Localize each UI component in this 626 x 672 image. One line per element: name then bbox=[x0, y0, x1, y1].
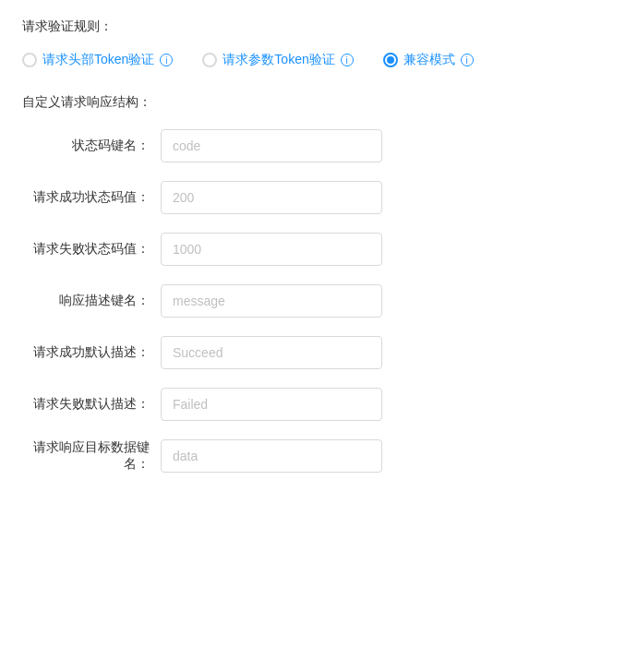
input-success-code[interactable] bbox=[161, 181, 382, 214]
form-row-fail-desc: 请求失败默认描述： bbox=[22, 388, 604, 421]
form-row-status-code-key: 状态码键名： bbox=[22, 129, 604, 162]
form-row-fail-code: 请求失败状态码值： bbox=[22, 233, 604, 266]
info-icon-param[interactable]: i bbox=[341, 54, 354, 66]
form-row-message-key: 响应描述键名： bbox=[22, 284, 604, 318]
auth-rules-section: 请求验证规则： 请求头部Token验证 i 请求参数Token验证 i 兼容模式… bbox=[22, 18, 604, 68]
radio-circle-param[interactable] bbox=[202, 53, 217, 67]
radio-header-token[interactable]: 请求头部Token验证 i bbox=[22, 52, 173, 68]
radio-label-param: 请求参数Token验证 bbox=[223, 52, 334, 68]
input-status-code-key[interactable] bbox=[161, 129, 382, 162]
radio-label-compatible: 兼容模式 bbox=[403, 52, 455, 68]
input-success-desc[interactable] bbox=[161, 336, 382, 369]
label-fail-desc: 请求失败默认描述： bbox=[22, 396, 161, 413]
auth-rules-title: 请求验证规则： bbox=[22, 18, 604, 35]
response-structure-section: 自定义请求响应结构： 状态码键名： 请求成功状态码值： 请求失败状态码值： 响应… bbox=[22, 94, 604, 473]
radio-circle-header[interactable] bbox=[22, 53, 37, 67]
response-structure-title: 自定义请求响应结构： bbox=[22, 94, 604, 111]
form-row-success-desc: 请求成功默认描述： bbox=[22, 336, 604, 369]
label-fail-code: 请求失败状态码值： bbox=[22, 241, 161, 258]
radio-label-header: 请求头部Token验证 bbox=[42, 52, 154, 68]
radio-compatible[interactable]: 兼容模式 i bbox=[383, 52, 474, 68]
label-data-key: 请求响应目标数据键名： bbox=[22, 439, 161, 473]
label-success-desc: 请求成功默认描述： bbox=[22, 344, 161, 361]
label-message-key: 响应描述键名： bbox=[22, 293, 161, 309]
radio-param-token[interactable]: 请求参数Token验证 i bbox=[202, 52, 353, 68]
form-row-data-key: 请求响应目标数据键名： bbox=[22, 439, 604, 473]
input-fail-code[interactable] bbox=[161, 233, 382, 266]
input-message-key[interactable] bbox=[161, 284, 382, 318]
form-row-success-code: 请求成功状态码值： bbox=[22, 181, 604, 214]
info-icon-compatible[interactable]: i bbox=[461, 54, 474, 66]
label-success-code: 请求成功状态码值： bbox=[22, 189, 161, 206]
label-status-code-key: 状态码键名： bbox=[22, 138, 161, 154]
input-fail-desc[interactable] bbox=[161, 388, 382, 421]
radio-circle-compatible[interactable] bbox=[383, 53, 398, 67]
auth-radio-group: 请求头部Token验证 i 请求参数Token验证 i 兼容模式 i bbox=[22, 52, 604, 68]
info-icon-header[interactable]: i bbox=[160, 54, 173, 66]
input-data-key[interactable] bbox=[161, 439, 382, 473]
